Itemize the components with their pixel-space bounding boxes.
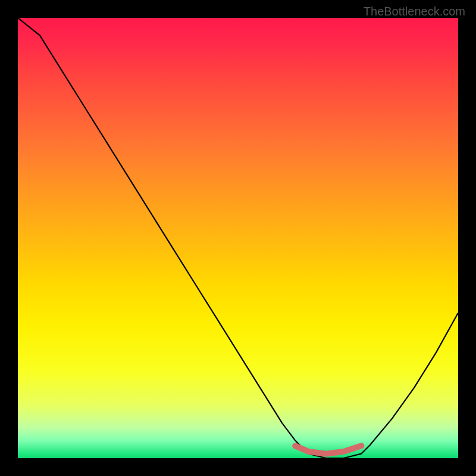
- chart-svg: [18, 18, 458, 458]
- chart-plot-area: [18, 18, 458, 458]
- bottleneck-curve-line: [18, 18, 458, 458]
- watermark-text: TheBottleneck.com: [364, 5, 465, 18]
- optimal-range-marker: [295, 446, 361, 453]
